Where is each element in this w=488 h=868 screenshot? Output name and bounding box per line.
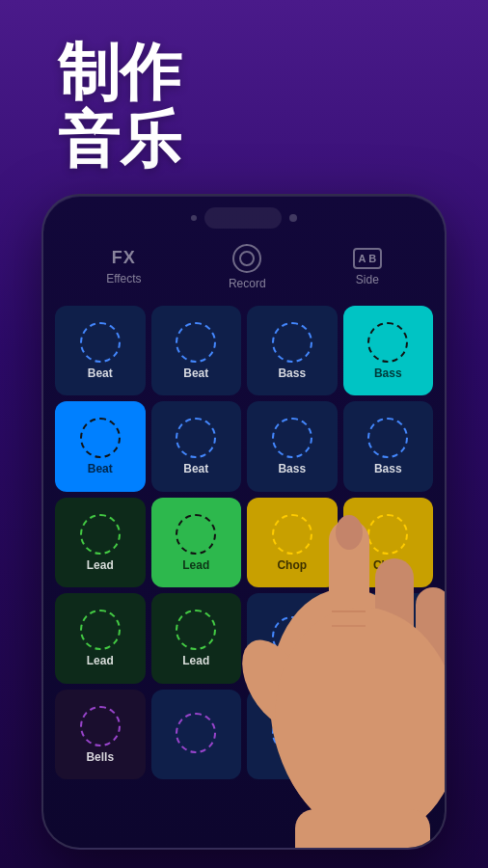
pad-circle: [176, 713, 216, 753]
phone-notch: [43, 196, 445, 236]
record-label: Record: [229, 277, 266, 290]
notch-dot-right: [289, 214, 297, 222]
pad-label: Lead: [87, 558, 114, 572]
pad-bells-1[interactable]: Bells: [55, 690, 146, 780]
pad-beat-2[interactable]: Beat: [151, 306, 242, 396]
side-label: Side: [356, 273, 379, 286]
pad-label: Chop: [373, 558, 403, 572]
pad-label: Bass: [374, 366, 402, 380]
pad-chop-2[interactable]: Chop: [343, 498, 434, 588]
pad-circle: [272, 418, 312, 458]
pad-label: Lead: [87, 654, 114, 667]
pad-lead-3[interactable]: Lead: [55, 593, 146, 684]
pad-circle: [80, 514, 121, 555]
svg-rect-7: [295, 809, 430, 848]
pad-circle: [272, 713, 312, 753]
pad-label: Bells: [86, 750, 114, 764]
pad-label: Bass: [278, 462, 306, 475]
pad-empty-4[interactable]: [343, 690, 434, 780]
pad-bass-2[interactable]: Bass: [247, 401, 338, 492]
pad-circle: [272, 322, 312, 363]
pad-circle: [367, 322, 408, 363]
pad-empty-2[interactable]: [343, 593, 434, 684]
pad-chop-1[interactable]: Chop: [247, 498, 338, 588]
pad-label: Beat: [88, 366, 113, 380]
phone-device: FX Effects Record A B Side Beat Beat Bas…: [41, 194, 447, 850]
pad-beat-blue[interactable]: Beat: [55, 401, 146, 492]
pad-circle: [176, 610, 216, 650]
pad-lead-2[interactable]: Lead: [151, 498, 242, 588]
pad-circle: [272, 514, 312, 555]
pad-label: Beat: [183, 462, 208, 475]
pad-circle: [80, 610, 121, 650]
pad-label: Lead: [182, 558, 209, 572]
toolbar: FX Effects Record A B Side: [43, 236, 445, 302]
pad-circle: [80, 706, 121, 746]
notch-dot-left: [191, 215, 197, 221]
pad-bells-2[interactable]: [151, 690, 242, 780]
pad-circle: [176, 418, 216, 458]
pad-circle: [367, 713, 408, 753]
record-icon: [232, 244, 261, 273]
pad-beat-1[interactable]: Beat: [55, 306, 146, 396]
pad-bass-1[interactable]: Bass: [247, 306, 338, 396]
pad-circle: [176, 322, 216, 363]
fx-icon: FX: [112, 248, 136, 268]
toolbar-record[interactable]: Record: [229, 244, 266, 290]
pad-circle: [80, 322, 121, 363]
pad-grid: Beat Beat Bass Bass Beat Beat Bass: [43, 302, 445, 784]
pad-beat-3[interactable]: Beat: [151, 401, 242, 492]
record-inner-circle: [239, 251, 255, 266]
pad-empty-1[interactable]: [247, 593, 338, 684]
pad-label: Beat: [88, 462, 113, 475]
pad-circle: [367, 616, 408, 657]
pad-bass-cyan[interactable]: Bass: [343, 306, 434, 396]
pad-label: Chop: [277, 558, 307, 572]
pad-lead-1[interactable]: Lead: [55, 498, 146, 588]
pad-circle: [176, 514, 216, 555]
pad-circle: [367, 418, 408, 458]
fx-label: Effects: [106, 272, 141, 285]
pad-label: Beat: [183, 366, 208, 380]
title-section: 制作 音乐: [0, 0, 488, 194]
pad-label: Bass: [278, 366, 306, 380]
toolbar-side[interactable]: A B Side: [353, 248, 382, 286]
title-line2: 音乐: [58, 106, 181, 174]
pad-empty-3[interactable]: [247, 690, 338, 780]
ab-icon: A B: [353, 248, 382, 269]
pad-lead-4[interactable]: Lead: [151, 593, 242, 684]
notch-pill: [204, 207, 282, 229]
pad-circle: [367, 514, 408, 555]
pad-label: Lead: [182, 654, 209, 667]
pad-bass-3[interactable]: Bass: [343, 401, 434, 492]
toolbar-fx[interactable]: FX Effects: [106, 248, 141, 285]
pad-circle: [272, 616, 312, 657]
pad-circle: [80, 418, 121, 458]
title-line1: 制作: [58, 39, 181, 106]
pad-label: Bass: [374, 462, 402, 475]
